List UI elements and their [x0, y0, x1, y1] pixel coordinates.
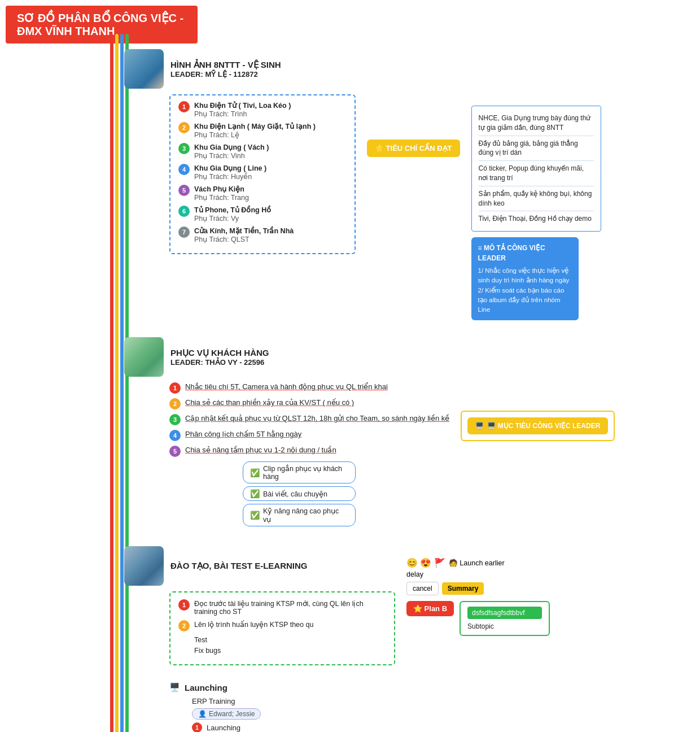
launching-item: 1 Launching	[192, 722, 700, 732]
dao-tao-box: 1 Đọc trước tài liệu training KTSP mới, …	[169, 591, 395, 665]
launching-label: Launching	[185, 683, 228, 692]
task-item: 6 Tủ Phone, Tủ Đồng Hồ Phụ Trách: Vy	[178, 206, 347, 223]
section3-photo	[124, 546, 164, 586]
task-num: 5	[169, 446, 181, 457]
check-icon: ✅	[250, 489, 260, 498]
task-line: 5 Chia sẻ nâng tầm phục vụ 1-2 nội dung …	[169, 446, 449, 457]
task-item: 1 Khu Điện Tử ( Tivi, Loa Kéo ) Phụ Trác…	[178, 101, 347, 118]
right-info-item: Sản phẩm, quầy kệ không bụi, không dính …	[479, 186, 594, 212]
launching-section: 🖥️ Launching ERP Training 👤 Edward; Jess…	[169, 682, 700, 732]
task-text-7: Cửa Kính, Mặt Tiền, Trần Nhà Phụ Trách: …	[194, 226, 294, 243]
subtopic-label: Subtopic	[467, 622, 542, 630]
section1-title: HÌNH ẢNH 8NTTT - VỆ SINH	[170, 60, 281, 70]
task-text: Chia sẻ nâng tầm phục vụ 1-2 nội dung / …	[185, 446, 336, 454]
person-icon: 👤	[198, 710, 207, 718]
section-hinh-anh: HÌNH ẢNH 8NTTT - VỆ SINH LEADER: MỸ LỆ -…	[124, 49, 700, 320]
launching-title: 🖥️ Launching	[169, 682, 700, 692]
task-line: 4 Phân công lịch chấm 5T hằng ngày	[169, 430, 449, 441]
planb-label: ⭐ Plan B	[406, 601, 454, 616]
section2-photo	[124, 337, 164, 377]
section1-tasks-box: 1 Khu Điện Tử ( Tivi, Loa Kéo ) Phụ Trác…	[169, 94, 356, 254]
section1-titles: HÌNH ẢNH 8NTTT - VỆ SINH LEADER: MỸ LỆ -…	[170, 60, 281, 79]
check-icon: ✅	[250, 468, 260, 477]
emoji-row: 😊 😍 🚩	[406, 557, 445, 568]
main-content: HÌNH ẢNH 8NTTT - VỆ SINH LEADER: MỸ LỆ -…	[0, 49, 700, 732]
task-text-3: Khu Gia Dụng ( Vách ) Phụ Trách: Vinh	[194, 143, 269, 160]
section1-header: HÌNH ẢNH 8NTTT - VỆ SINH LEADER: MỸ LỆ -…	[124, 49, 700, 89]
task-item: 4 Khu Gia Dụng ( Line ) Phụ Trách: Huyền	[178, 164, 347, 181]
task-text-5: Vách Phụ Kiện Phụ Trách: Trang	[194, 185, 249, 202]
section1-leader: LEADER: MỸ LỆ - 112872	[170, 70, 281, 79]
task-num-7: 7	[178, 226, 190, 238]
section1-photo	[124, 49, 164, 89]
sub-items: ✅ Clip ngắn phục vụ khách hàng ✅ Bài viế…	[243, 461, 449, 526]
task-num-2: 2	[178, 122, 190, 133]
computer-icon: 🖥️	[169, 682, 180, 692]
muctieu-wrapper: 🖥️ 🖥️ MỤC TIÊU CÔNG VIỆC LEADER	[461, 411, 615, 441]
section2-photo-img	[124, 337, 164, 377]
section3-header: ĐÀO TẠO, BÀI TEST E-LEARNING	[124, 546, 395, 586]
mota-box: ≡ MÔ TẢ CÔNG VIỆC LEADER 1/ Nhắc công vi…	[471, 237, 579, 320]
sub-item: ✅ Bài viết, câu chuyện	[243, 486, 356, 501]
section3-left: ĐÀO TẠO, BÀI TEST E-LEARNING 1 Đọc trước…	[124, 546, 395, 665]
right-info-box: NHCE, Gia Dụng trưng bày đúng thứ tự gia…	[471, 106, 601, 232]
section2-title: PHỤC VỤ KHÁCH HÀNG	[170, 348, 269, 358]
task-num-4: 4	[178, 164, 190, 175]
sub-item-text: Bài viết, câu chuyện	[263, 490, 327, 498]
cancel-button[interactable]: cancel	[406, 582, 439, 595]
tieu-chi-label: ⭐ TIÊU CHÍ CẦN ĐẠT	[367, 140, 460, 157]
task-text-1: Khu Điện Tử ( Tivi, Loa Kéo ) Phụ Trách:…	[194, 101, 291, 118]
section2-titles: PHỤC VỤ KHÁCH HÀNG LEADER: THẢO VY - 225…	[170, 348, 269, 367]
section2-leader: LEADER: THẢO VY - 22596	[170, 358, 269, 367]
check-icon: ✅	[250, 511, 260, 520]
person-name: Edward; Jessie	[209, 710, 255, 718]
summary-button[interactable]: Summary	[442, 582, 484, 595]
task-num-1: 1	[178, 101, 190, 112]
task-num: 1	[192, 722, 202, 732]
section-dao-tao: ĐÀO TẠO, BÀI TEST E-LEARNING 1 Đọc trước…	[124, 546, 700, 665]
planb-subbox: dsfsdfsagfsdtbbvf Subtopic	[460, 601, 550, 636]
muctieu-box: 🖥️ 🖥️ MỤC TIÊU CÔNG VIỆC LEADER	[467, 417, 608, 434]
section2-tasks: 1 Nhắc tiêu chí 5T, Camera và hành động …	[169, 382, 449, 529]
right-info-item: Tivi, Điện Thoại, Đồng Hồ chạy demo	[479, 211, 594, 226]
sub-item: ✅ Clip ngắn phục vụ khách hàng	[243, 461, 356, 483]
section3-photo-img	[124, 546, 164, 586]
section3-titles: ĐÀO TẠO, BÀI TEST E-LEARNING	[170, 561, 308, 571]
task-item: 3 Khu Gia Dụng ( Vách ) Phụ Trách: Vinh	[178, 143, 347, 160]
muctieu-label: 🖥️ MỤC TIÊU CÔNG VIỆC LEADER	[487, 422, 600, 430]
page-title: SƠ ĐỒ PHÂN BỔ CÔNG VIỆC - ĐMX VĨNH THANH	[6, 6, 198, 43]
task-text-2: Khu Điện Lạnh ( Máy Giặt, Tủ lạnh ) Phụ …	[194, 122, 316, 139]
section1-photo-img	[124, 49, 164, 89]
simple-task: Fix bugs	[194, 647, 386, 655]
task-num: 3	[169, 414, 181, 425]
planb-area: 😊 😍 🚩 🧑 Launch earlier delay cancel Summ…	[406, 557, 550, 636]
task-num-3: 3	[178, 143, 190, 154]
task-item: 5 Vách Phụ Kiện Phụ Trách: Trang	[178, 185, 347, 202]
subbox-text: dsfsdfsagfsdtbbvf	[467, 607, 542, 619]
task-text: Chia sẻ các than phiền xảy ra của KV/ST …	[185, 398, 354, 407]
person-badge: 👤 Edward; Jessie	[192, 708, 261, 720]
task-text-4: Khu Gia Dụng ( Line ) Phụ Trách: Huyền	[194, 164, 266, 181]
mota-text: 1/ Nhắc công việc thực hiện vệ sinh duy …	[478, 266, 572, 315]
monitor-icon: 🖥️	[475, 422, 484, 430]
task-num: 1	[169, 382, 181, 394]
dao-tao-text: Đọc trước tài liệu training KTSP mới, cù…	[194, 599, 386, 616]
section2-header: PHỤC VỤ KHÁCH HÀNG LEADER: THẢO VY - 225…	[124, 337, 700, 377]
task-num: 1	[178, 599, 190, 611]
sub-item-text: Kỹ năng nâng cao phục vụ	[263, 507, 348, 524]
right-info-item: Có ticker, Popup đúng khuyến mãi, nơi tr…	[479, 161, 594, 186]
erp-training-text: ERP Training	[192, 697, 235, 705]
task-num: 2	[169, 398, 181, 409]
launch-label: 🧑 Launch earlier	[449, 559, 505, 567]
task-num: 4	[169, 430, 181, 441]
task-text: Nhắc tiêu chí 5T, Camera và hành động ph…	[185, 382, 388, 391]
task-text: Cập nhật kết quả phục vụ từ QLST 12h, 18…	[185, 414, 449, 422]
launching-text: Launching	[207, 724, 240, 732]
dao-tao-task: 2 Lên lộ trình huấn luyện KTSP theo qu	[178, 620, 386, 631]
dao-tao-text: Lên lộ trình huấn luyện KTSP theo qu	[194, 620, 313, 629]
task-line: 2 Chia sẻ các than phiền xảy ra của KV/S…	[169, 398, 449, 409]
dao-tao-task: 1 Đọc trước tài liệu training KTSP mới, …	[178, 599, 386, 616]
section3-title: ĐÀO TẠO, BÀI TEST E-LEARNING	[170, 561, 308, 571]
sub-item: ✅ Kỹ năng nâng cao phục vụ	[243, 504, 356, 526]
simple-task: Test	[194, 636, 386, 644]
